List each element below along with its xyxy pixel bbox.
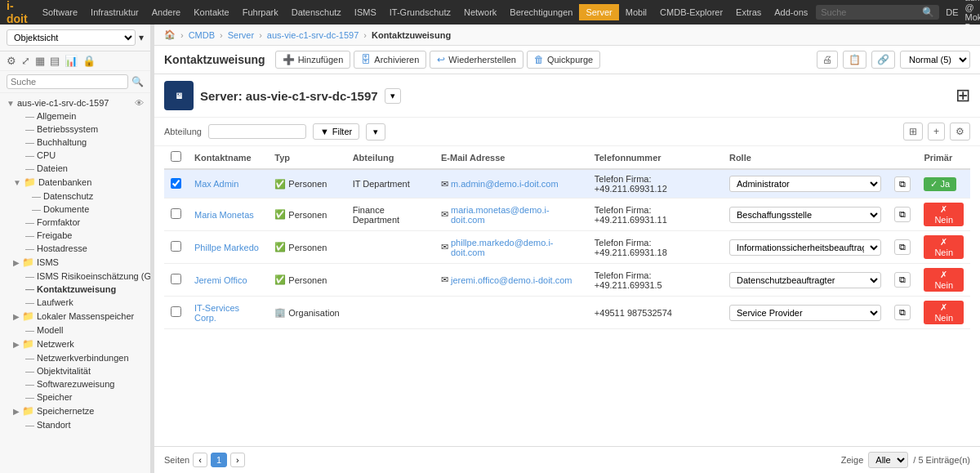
- email-link-3[interactable]: jeremi.offico@demo.i-doit.com: [451, 275, 572, 285]
- tree-item-isms[interactable]: ▶ 📁 ISMS: [0, 255, 150, 270]
- email-link-2[interactable]: phillpe.markedo@demo.i-doit.com: [451, 238, 581, 257]
- nav-item-mobil[interactable]: Mobil: [619, 4, 653, 20]
- qr-code-icon[interactable]: ⊞: [956, 85, 970, 106]
- tree-item-speicher[interactable]: — Speicher: [0, 390, 150, 404]
- tree-item-allgemein[interactable]: — Allgemein: [0, 109, 150, 123]
- print-button[interactable]: 🖨: [817, 51, 838, 69]
- expand-icon[interactable]: ⤢: [21, 55, 30, 67]
- copy-button-3[interactable]: ⧉: [894, 272, 911, 288]
- nav-item-infrastruktur[interactable]: Infrastruktur: [84, 4, 145, 20]
- contact-name-link-3[interactable]: Jeremi Offico: [194, 275, 247, 285]
- breadcrumb-object[interactable]: aus-vie-c1-srv-dc-1597: [267, 30, 359, 40]
- tree-item-netzwerk[interactable]: ▶ 📁 Netzwerk: [0, 337, 150, 351]
- quickpurge-button[interactable]: 🗑 Quickpurge: [527, 51, 600, 69]
- settings-filter-button[interactable]: ⚙: [950, 123, 970, 141]
- tree-item-dokumente[interactable]: — Dokumente: [0, 203, 150, 216]
- copy-button-1[interactable]: ⧉: [894, 207, 911, 222]
- tree-item-objektvitalit-t[interactable]: — Objektvitalität: [0, 364, 150, 377]
- grid-icon[interactable]: ▦: [35, 55, 45, 67]
- tree-item-netzwerkverbindungen[interactable]: — Netzwerkverbindungen: [0, 351, 150, 364]
- global-search-input[interactable]: [821, 7, 919, 17]
- tree-item-buchhaltung[interactable]: — Buchhaltung: [0, 136, 150, 149]
- copy-button-2[interactable]: ⧉: [894, 239, 911, 255]
- nav-item-fuhrpark[interactable]: Fuhrpark: [236, 4, 285, 20]
- nav-item-add-ons[interactable]: Add-ons: [768, 4, 814, 20]
- home-icon[interactable]: 🏠: [164, 29, 176, 40]
- page-1-button[interactable]: 1: [211, 453, 227, 467]
- tree-item-softwarezuweisung[interactable]: — Softwarezuweisung: [0, 377, 150, 390]
- row-checkbox-2[interactable]: [171, 241, 181, 252]
- language-selector[interactable]: DE: [946, 7, 958, 17]
- role-select-0[interactable]: Administrator: [729, 176, 881, 192]
- tree-item-aus-vie-c1-srv-dc-1597[interactable]: ▼ aus-vie-c1-srv-dc-1597👁: [0, 96, 150, 109]
- nav-item-andere[interactable]: Andere: [145, 4, 187, 20]
- email-link-0[interactable]: m.admin@demo.i-doit.com: [451, 179, 559, 189]
- chart-icon[interactable]: 📊: [65, 55, 78, 67]
- primary-ja-button-0[interactable]: ✓ Ja: [924, 177, 956, 191]
- tree-item-dateien[interactable]: — Dateien: [0, 162, 150, 175]
- nav-item-cmdb-explorer[interactable]: CMDB-Explorer: [653, 4, 729, 20]
- filter-department-input[interactable]: [208, 124, 306, 139]
- primary-nein-button-1[interactable]: ✗ Nein: [924, 203, 964, 226]
- filter-dropdown-button[interactable]: ▾: [366, 123, 385, 141]
- role-select-3[interactable]: Datenschutzbeauftragter: [729, 272, 881, 288]
- object-dropdown-button[interactable]: ▾: [385, 88, 401, 104]
- columns-button[interactable]: ⊞: [903, 123, 923, 141]
- tree-item-isms-risikoeinsch-tzung--grupp[interactable]: — ISMS Risikoeinschätzung (Gruppe): [0, 270, 150, 283]
- lock-icon[interactable]: 🔒: [82, 55, 96, 67]
- row-checkbox-0[interactable]: [171, 178, 181, 189]
- nav-item-extras[interactable]: Extras: [729, 4, 768, 20]
- role-select-1[interactable]: Beschaffungsstelle: [729, 207, 881, 223]
- next-page-button[interactable]: ›: [230, 453, 245, 467]
- tree-item-modell[interactable]: — Modell: [0, 324, 150, 337]
- contact-name-link-4[interactable]: IT-Services Corp.: [194, 303, 239, 323]
- tree-item-standort[interactable]: — Standort: [0, 418, 150, 431]
- breadcrumb-server[interactable]: Server: [228, 30, 254, 40]
- link-button[interactable]: 🔗: [871, 51, 895, 69]
- tree-item-betriebssystem[interactable]: — Betriebssystem: [0, 123, 150, 136]
- tree-item-lokaler-massenspeicher[interactable]: ▶ 📁 Lokaler Massenspeicher: [0, 309, 150, 324]
- email-link-1[interactable]: maria.monetas@demo.i-doit.com: [451, 205, 581, 225]
- nav-item-network[interactable]: Network: [457, 4, 503, 20]
- primary-nein-button-3[interactable]: ✗ Nein: [924, 268, 964, 292]
- select-all-checkbox[interactable]: [171, 151, 181, 162]
- copy-button-4[interactable]: ⧉: [894, 305, 911, 320]
- row-checkbox-3[interactable]: [171, 274, 181, 284]
- tree-item-datenbanken[interactable]: ▼ 📁 Datenbanken: [0, 175, 150, 190]
- row-checkbox-4[interactable]: [171, 306, 181, 317]
- table-icon[interactable]: ▤: [50, 55, 60, 67]
- tree-item-datenschutz[interactable]: — Datenschutz: [0, 190, 150, 203]
- tree-item-hostadresse[interactable]: — Hostadresse: [0, 242, 150, 255]
- nav-item-isms[interactable]: ISMS: [348, 4, 383, 20]
- eye-icon[interactable]: 👁: [135, 98, 144, 108]
- restore-button[interactable]: ↩ Wiederherstellen: [430, 51, 523, 69]
- contact-name-link-2[interactable]: Phillpe Markedo: [194, 243, 259, 252]
- nav-item-server[interactable]: Server: [579, 4, 618, 20]
- add-button[interactable]: ➕ Hinzufügen: [275, 51, 351, 69]
- add-row-button[interactable]: +: [928, 123, 945, 141]
- tree-item-freigabe[interactable]: — Freigabe: [0, 229, 150, 242]
- sidebar-search-input[interactable]: [7, 74, 128, 89]
- breadcrumb-cmdb[interactable]: CMDB: [189, 30, 215, 40]
- nav-item-software[interactable]: Software: [36, 4, 84, 20]
- primary-nein-button-2[interactable]: ✗ Nein: [924, 235, 964, 259]
- tree-item-speichernetze[interactable]: ▶ 📁 Speichernetze: [0, 404, 150, 418]
- page-size-select[interactable]: Alle: [868, 452, 908, 468]
- nav-item-it-grundschutz[interactable]: IT-Grundschutz: [383, 4, 457, 20]
- filter-button[interactable]: ▼ Filter: [313, 123, 359, 140]
- archive-button[interactable]: 🗄 Archivieren: [354, 51, 426, 69]
- role-select-2[interactable]: Informationssicherheitsbeauftragter (ISB: [729, 239, 881, 256]
- nav-item-datenschutz[interactable]: Datenschutz: [285, 4, 348, 20]
- view-select[interactable]: Objektsicht: [7, 29, 136, 46]
- contact-name-link-1[interactable]: Maria Monetas: [194, 210, 254, 220]
- copy-button-0[interactable]: ⧉: [894, 176, 911, 192]
- export-button[interactable]: 📋: [843, 51, 866, 69]
- prev-page-button[interactable]: ‹: [193, 453, 207, 467]
- tree-item-cpu[interactable]: — CPU: [0, 149, 150, 162]
- nav-item-berechtigungen[interactable]: Berechtigungen: [503, 4, 579, 20]
- row-checkbox-1[interactable]: [171, 208, 181, 219]
- nav-item-kontakte[interactable]: Kontakte: [187, 4, 235, 20]
- global-search-box[interactable]: 🔍: [816, 5, 939, 20]
- settings-icon[interactable]: ⚙: [7, 55, 16, 67]
- tree-item-laufwerk[interactable]: — Laufwerk: [0, 296, 150, 309]
